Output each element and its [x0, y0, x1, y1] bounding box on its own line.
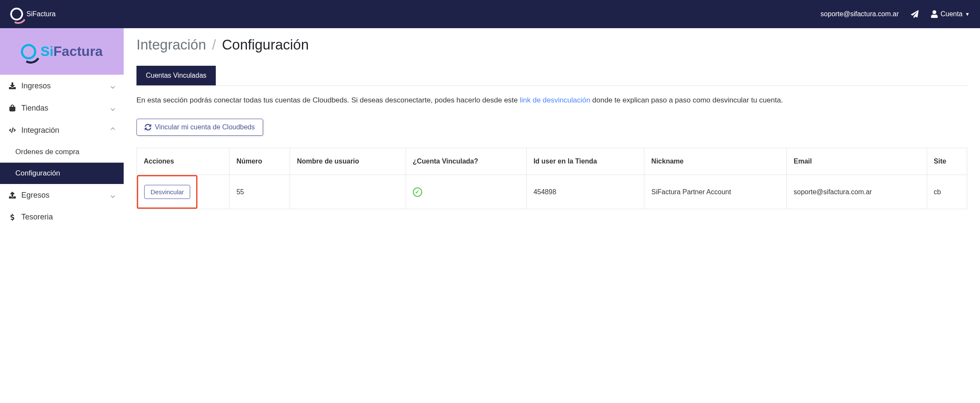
tab-linked-accounts[interactable]: Cuentas Vinculadas	[136, 66, 216, 85]
check-circle-icon: ✓	[413, 187, 422, 197]
tab-label: Cuentas Vinculadas	[146, 72, 206, 79]
send-button[interactable]	[911, 10, 919, 18]
col-numero: Número	[229, 148, 290, 175]
sidebar-label: Tiendas	[21, 104, 48, 113]
sidebar-item-integracion[interactable]: Integración ⌵	[0, 119, 124, 141]
chevron-down-icon: ⌵	[110, 103, 115, 113]
navbar-brand[interactable]: SiFactura	[10, 8, 55, 20]
sidebar-subitem-ordenes[interactable]: Ordenes de compra	[0, 141, 124, 163]
top-navbar: SiFactura soporte@sifactura.com.ar Cuent…	[0, 0, 980, 28]
caret-down-icon: ▼	[965, 12, 970, 17]
col-acciones: Acciones	[137, 148, 229, 175]
cell-acciones: Desvincular	[137, 175, 229, 209]
breadcrumb: Integración / Configuración	[136, 37, 967, 53]
cell-id-user: 454898	[526, 175, 644, 209]
sidebar: SiFactura Ingresos ⌵ Tiendas	[0, 28, 124, 403]
sidebar-sublabel: Ordenes de compra	[15, 148, 79, 156]
sidebar-menu: Ingresos ⌵ Tiendas ⌵ Integraci	[0, 75, 124, 228]
sidebar-item-ingresos[interactable]: Ingresos ⌵	[0, 75, 124, 97]
upload-icon	[9, 192, 16, 199]
link-cloudbeds-button[interactable]: Vincular mi cuenta de Cloudbeds	[136, 119, 263, 136]
code-icon	[9, 127, 16, 134]
sidebar-label: Tesoreria	[21, 213, 53, 222]
download-icon	[9, 82, 16, 89]
logo-icon	[10, 8, 23, 20]
table-header-row: Acciones Número Nombre de usuario ¿Cuent…	[137, 148, 967, 175]
col-email: Email	[787, 148, 927, 175]
sidebar-item-egresos[interactable]: Egresos ⌵	[0, 184, 124, 206]
cell-site: cb	[927, 175, 967, 209]
support-email-text: soporte@sifactura.com.ar	[821, 10, 899, 18]
unlink-info-link[interactable]: link de desvinculación	[520, 96, 590, 104]
highlight-annotation: Desvincular	[137, 175, 197, 209]
user-icon	[931, 10, 938, 18]
cell-numero: 55	[229, 175, 290, 209]
description-text: En esta sección podrás conectar todas tu…	[136, 94, 967, 106]
support-email-link[interactable]: soporte@sifactura.com.ar	[821, 10, 899, 18]
breadcrumb-parent[interactable]: Integración	[136, 37, 206, 53]
col-site: Site	[927, 148, 967, 175]
cell-nickname: SiFactura Partner Account	[644, 175, 787, 209]
sidebar-sublabel: Configuración	[15, 169, 60, 177]
navbar-right: soporte@sifactura.com.ar Cuenta ▼	[821, 10, 970, 18]
sidebar-item-tiendas[interactable]: Tiendas ⌵	[0, 97, 124, 119]
col-nickname: Nickname	[644, 148, 787, 175]
main-content: Integración / Configuración Cuentas Vinc…	[124, 28, 980, 403]
cell-email: soporte@sifactura.com.ar	[787, 175, 927, 209]
sidebar-logo-icon	[21, 44, 36, 59]
paper-plane-icon	[911, 10, 919, 18]
col-nombre: Nombre de usuario	[290, 148, 406, 175]
chevron-down-icon: ⌵	[110, 81, 115, 91]
cell-nombre	[290, 175, 406, 209]
refresh-icon	[145, 124, 151, 131]
table-row: Desvincular 55 ✓ 454898 SiFactura Partne…	[137, 175, 967, 209]
accounts-table: Acciones Número Nombre de usuario ¿Cuent…	[137, 148, 967, 209]
sidebar-brand: SiFactura	[41, 44, 103, 59]
sidebar-logo[interactable]: SiFactura	[0, 28, 124, 75]
brand-text: SiFactura	[26, 10, 55, 18]
dollar-icon	[9, 214, 16, 221]
sidebar-label: Egresos	[21, 191, 49, 200]
account-label: Cuenta	[941, 10, 963, 18]
sidebar-label: Ingresos	[21, 82, 51, 91]
col-vinculada: ¿Cuenta Vinculada?	[406, 148, 526, 175]
shopping-bag-icon	[9, 105, 16, 111]
chevron-up-icon: ⌵	[110, 126, 115, 135]
cell-vinculada: ✓	[406, 175, 526, 209]
breadcrumb-current: Configuración	[222, 37, 309, 53]
unlink-button-label: Desvincular	[151, 188, 184, 196]
tabs: Cuentas Vinculadas	[136, 66, 967, 86]
account-dropdown[interactable]: Cuenta ▼	[931, 10, 970, 18]
unlink-button[interactable]: Desvincular	[144, 185, 190, 199]
sidebar-label: Integración	[21, 126, 59, 135]
sidebar-item-tesoreria[interactable]: Tesoreria	[0, 206, 124, 228]
accounts-table-container: Acciones Número Nombre de usuario ¿Cuent…	[136, 148, 967, 209]
link-button-label: Vincular mi cuenta de Cloudbeds	[155, 123, 255, 131]
chevron-down-icon: ⌵	[110, 190, 115, 200]
col-id-user: Id user en la Tienda	[526, 148, 644, 175]
sidebar-subitem-configuracion[interactable]: Configuración	[0, 163, 124, 184]
breadcrumb-separator: /	[212, 37, 216, 53]
